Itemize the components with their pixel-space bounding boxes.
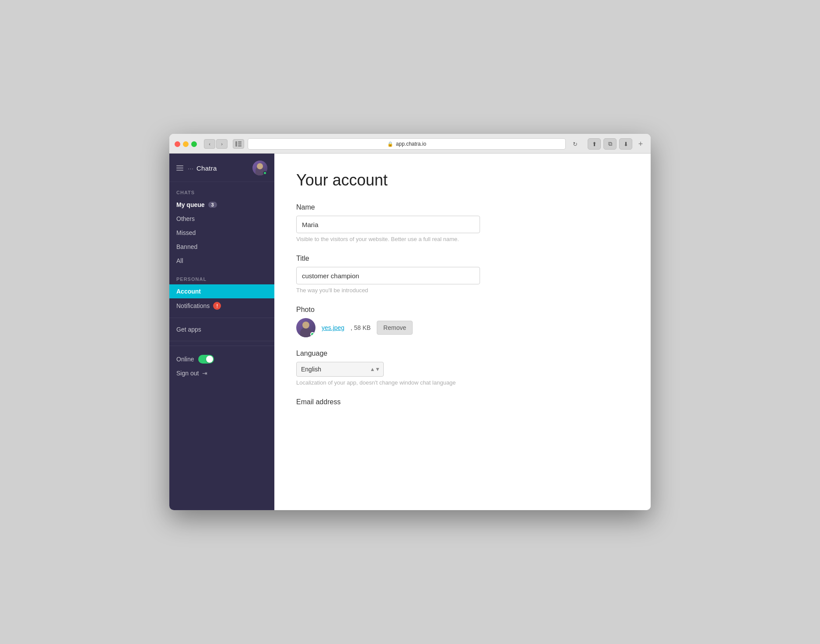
svg-rect-3: [238, 145, 242, 147]
language-select[interactable]: English Russian German French Spanish: [296, 362, 384, 377]
lock-icon: 🔒: [387, 141, 393, 147]
language-section: Language English Russian German French S…: [296, 350, 629, 386]
hamburger-line: [176, 168, 183, 168]
online-toggle[interactable]: [198, 355, 214, 364]
share-button[interactable]: ⬆: [588, 138, 601, 150]
toggle-knob: [206, 356, 213, 363]
sidebar-item-my-queue[interactable]: My queue 3: [169, 198, 274, 212]
address-bar[interactable]: 🔒 app.chatra.io: [248, 138, 566, 150]
hamburger-line: [176, 165, 183, 166]
sidebar-title-dots: ···: [188, 164, 193, 172]
browser-chrome: ‹ › 🔒 app.chatra.io ↻ ⬆ ⧉ ⬇ +: [169, 134, 651, 154]
personal-section-label: PERSONAL: [169, 268, 274, 284]
name-label: Name: [296, 203, 629, 211]
notification-alert-badge: !: [213, 302, 221, 310]
traffic-lights: [175, 141, 197, 147]
sidebar-item-get-apps[interactable]: Get apps: [169, 322, 274, 336]
banned-label: Banned: [176, 243, 197, 250]
language-label: Language: [296, 350, 629, 357]
my-queue-badge: 3: [208, 202, 217, 208]
title-input[interactable]: [296, 267, 480, 284]
email-label: Email address: [296, 398, 629, 406]
download-button[interactable]: ⬇: [619, 138, 632, 150]
sidebar: ··· Chatra CHATS My queue 3 Others: [169, 154, 274, 510]
photo-avatar-online-dot: [310, 332, 315, 336]
notifications-label: Notifications: [176, 302, 210, 309]
fullscreen-button[interactable]: [191, 141, 197, 147]
title-section: Title The way you'll be introduced: [296, 255, 629, 294]
remove-photo-button[interactable]: Remove: [377, 321, 413, 335]
all-label: All: [176, 257, 183, 264]
minimize-button[interactable]: [183, 141, 189, 147]
language-select-wrapper: English Russian German French Spanish ▲▼: [296, 362, 384, 377]
sidebar-footer-divider: [169, 341, 274, 341]
sidebar-item-missed[interactable]: Missed: [169, 226, 274, 240]
sidebar-item-others[interactable]: Others: [169, 212, 274, 226]
get-apps-label: Get apps: [176, 326, 201, 333]
photo-filesize: , 58 KB: [350, 324, 371, 331]
photo-label: Photo: [296, 306, 629, 314]
url-text: app.chatra.io: [396, 141, 426, 147]
nav-forward-button[interactable]: ›: [216, 139, 228, 149]
sign-out-icon: ⇥: [202, 370, 207, 377]
page-title: Your account: [296, 171, 629, 189]
photo-avatar: [296, 318, 315, 337]
close-button[interactable]: [175, 141, 180, 147]
account-label: Account: [176, 288, 201, 295]
sidebar-item-all[interactable]: All: [169, 254, 274, 268]
sidebar-item-notifications[interactable]: Notifications !: [169, 298, 274, 313]
sidebar-divider: [169, 318, 274, 318]
photo-section: Photo yes.jpeg , 58 KB Remove: [296, 306, 629, 337]
browser-window: ‹ › 🔒 app.chatra.io ↻ ⬆ ⧉ ⬇ +: [169, 134, 651, 510]
sign-out-row[interactable]: Sign out ⇥: [176, 366, 267, 378]
new-tab-button[interactable]: +: [636, 139, 645, 149]
avatar-wrapper[interactable]: [252, 161, 267, 175]
svg-rect-0: [235, 141, 237, 147]
hamburger-icon[interactable]: [176, 165, 183, 171]
online-label: Online: [176, 356, 194, 363]
title-label: Title: [296, 255, 629, 262]
sidebar-item-account[interactable]: Account: [169, 284, 274, 298]
online-toggle-row: Online: [176, 352, 267, 366]
name-input[interactable]: [296, 216, 480, 233]
sidebar-toggle-button[interactable]: [233, 139, 244, 149]
app-content: ··· Chatra CHATS My queue 3 Others: [169, 154, 651, 510]
name-hint: Visible to the visitors of your website.…: [296, 236, 629, 242]
nav-back-button[interactable]: ‹: [204, 139, 215, 149]
svg-rect-2: [238, 144, 242, 145]
my-queue-label: My queue: [176, 201, 205, 208]
online-status-dot: [263, 171, 267, 175]
photo-filename[interactable]: yes.jpeg: [322, 324, 344, 331]
sidebar-footer: Online Sign out ⇥: [169, 346, 274, 384]
language-hint: Localization of your app, doesn't change…: [296, 379, 629, 386]
tabs-button[interactable]: ⧉: [603, 138, 617, 150]
sidebar-item-banned[interactable]: Banned: [169, 240, 274, 254]
missed-label: Missed: [176, 229, 196, 236]
svg-rect-1: [238, 141, 242, 143]
sidebar-header: ··· Chatra: [169, 154, 274, 182]
hamburger-line: [176, 170, 183, 171]
browser-actions: ⬆ ⧉ ⬇: [588, 138, 632, 150]
sidebar-header-left: ··· Chatra: [176, 164, 217, 172]
title-hint: The way you'll be introduced: [296, 287, 629, 294]
photo-row: yes.jpeg , 58 KB Remove: [296, 318, 629, 337]
others-label: Others: [176, 215, 195, 222]
chats-section-label: CHATS: [169, 182, 274, 198]
nav-buttons: ‹ ›: [204, 139, 228, 149]
main-content: Your account Name Visible to the visitor…: [274, 154, 651, 510]
sidebar-title: ··· Chatra: [188, 164, 217, 172]
sign-out-label: Sign out: [176, 370, 199, 377]
reload-button[interactable]: ↻: [569, 139, 581, 149]
email-section: Email address: [296, 398, 629, 406]
name-section: Name Visible to the visitors of your web…: [296, 203, 629, 242]
